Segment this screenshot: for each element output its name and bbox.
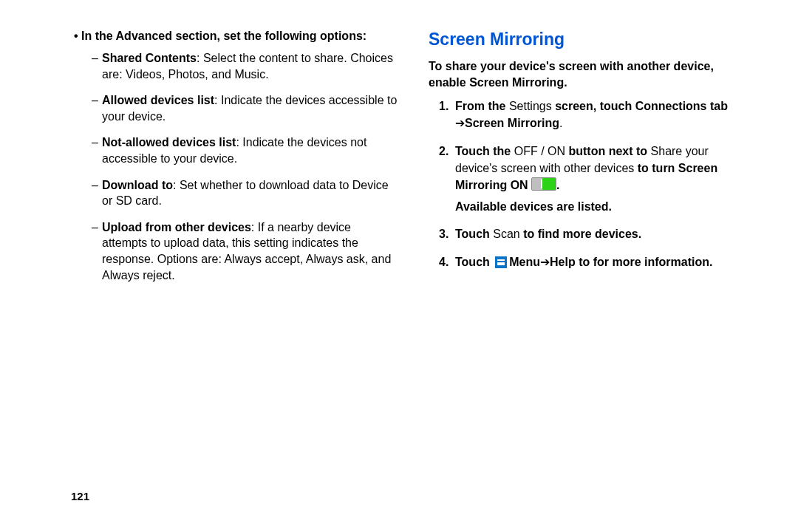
option-label: Allowed devices list [102,94,214,106]
option-upload-from-other: Upload from other devices: If a nearby d… [92,219,399,283]
toggle-on-icon [531,177,556,191]
step1-connections: Connections [635,100,707,112]
step-3: Touch Scan to find more devices. [439,225,754,242]
right-column: Screen Mirroring To share your device's … [414,30,754,517]
step1-screen-mirroring: Screen Mirroring [465,117,559,129]
step1-text-e: tab [707,100,728,112]
step1-period: . [559,117,562,129]
step2-text-a: Touch the [455,145,514,157]
step-4: Touch Menu ➔ Help to for more informatio… [439,253,754,270]
advanced-intro: In the Advanced section, set the followi… [80,30,399,43]
option-label: Upload from other devices [102,221,251,233]
option-label: Download to [102,179,173,191]
step2-offon: OFF / ON [514,145,565,157]
step4-text-a: Touch [455,256,493,268]
arrow-icon: ➔ [455,115,465,132]
advanced-options-list: Shared Contents: Select the content to s… [92,50,399,283]
option-not-allowed-devices: Not-allowed devices list: Indicate the d… [92,134,399,166]
step4-text-c: to for more information. [576,256,713,268]
screen-mirroring-heading: Screen Mirroring [429,30,754,50]
menu-icon [495,256,507,268]
step4-help: Help [550,256,576,268]
option-label: Not-allowed devices list [102,136,236,149]
step3-text-c: to find more devices. [520,228,641,240]
step-1: From the Settings screen, touch Connecti… [439,98,754,132]
option-allowed-devices: Allowed devices list: Indicate the devic… [92,92,399,124]
screen-mirroring-intro: To share your device's screen with anoth… [429,58,754,90]
left-column: In the Advanced section, set the followi… [74,30,414,517]
step-2: Touch the OFF / ON button next to Share … [439,143,754,216]
step1-text-a: From the [455,100,509,112]
step2-period: . [556,179,559,191]
option-shared-contents: Shared Contents: Select the content to s… [92,50,399,82]
page-number: 121 [71,490,89,502]
steps-list: From the Settings screen, touch Connecti… [429,98,754,270]
step4-menu: Menu [509,256,540,268]
step3-scan: Scan [493,228,519,240]
step1-settings: Settings [509,100,552,112]
step3-text-a: Touch [455,228,493,240]
option-download-to: Download to: Set whether to download dat… [92,177,399,209]
step1-text-c: screen, touch [552,100,635,112]
step2-text-b: button next to [565,145,651,157]
arrow-icon: ➔ [540,253,550,270]
option-label: Shared Contents [102,52,197,64]
step2-available: Available devices are listed. [455,198,754,215]
